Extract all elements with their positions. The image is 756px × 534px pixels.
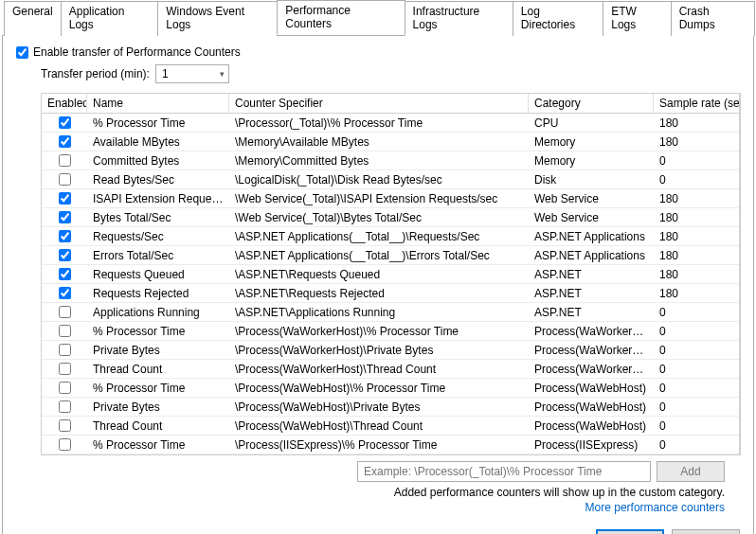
cell-name: Read Bytes/Sec <box>87 172 229 187</box>
tab-general[interactable]: General <box>4 1 62 36</box>
cell-cat: Process(WaWorkerHost) <box>529 343 654 358</box>
table-row[interactable]: Errors Total/Sec\ASP.NET Applications(__… <box>42 246 739 265</box>
table-row[interactable]: Requests Queued\ASP.NET\Requests QueuedA… <box>42 265 739 284</box>
table-row[interactable]: % Processor Time\Processor(_Total)\% Pro… <box>42 114 739 133</box>
table-row[interactable]: Private Bytes\Process(WaWebHost)\Private… <box>42 398 739 417</box>
cell-name: Requests Queued <box>87 267 229 282</box>
tab-windows-event-logs[interactable]: Windows Event Logs <box>157 1 278 36</box>
cell-spec: \Process(WaWorkerHost)\Private Bytes <box>229 343 529 358</box>
row-enabled-checkbox[interactable] <box>59 230 71 242</box>
grid-header: Enabled Name Counter Specifier Category … <box>42 94 739 114</box>
cell-cat: Process(WaWorkerHost) <box>529 324 654 339</box>
cell-name: % Processor Time <box>87 437 229 453</box>
row-enabled-checkbox[interactable] <box>59 249 71 261</box>
cell-spec: \ASP.NET\Applications Running <box>229 305 529 320</box>
table-row[interactable]: Thread Count\Process(WaWebHost)\Thread C… <box>42 417 739 436</box>
table-row[interactable]: % Processor Time\Process(WaWebHost)\% Pr… <box>42 379 739 398</box>
cell-name: % Processor Time <box>87 324 229 339</box>
table-row[interactable]: Private Bytes\Process(WaWorkerHost)\Priv… <box>42 341 739 360</box>
col-rate[interactable]: Sample rate (sec) <box>654 94 739 113</box>
col-specifier[interactable]: Counter Specifier <box>229 94 529 113</box>
cell-rate: 180 <box>654 267 739 282</box>
row-enabled-checkbox[interactable] <box>59 154 71 167</box>
ok-button[interactable]: OK <box>596 529 664 534</box>
tab-crash-dumps[interactable]: Crash Dumps <box>671 1 755 36</box>
cell-rate: 0 <box>654 343 739 358</box>
row-enabled-checkbox[interactable] <box>59 400 71 413</box>
cell-spec: \LogicalDisk(_Total)\Disk Read Bytes/sec <box>229 172 529 187</box>
cell-name: Private Bytes <box>87 343 229 358</box>
cell-cat: CPU <box>529 116 654 131</box>
table-row[interactable]: Committed Bytes\Memory\Committed BytesMe… <box>42 151 739 170</box>
cell-cat: Web Service <box>529 210 654 225</box>
row-enabled-checkbox[interactable] <box>59 173 71 186</box>
cell-cat: ASP.NET Applications <box>529 248 654 263</box>
cell-cat: ASP.NET Applications <box>529 229 654 244</box>
cell-cat: Web Service <box>529 191 654 206</box>
row-enabled-checkbox[interactable] <box>59 344 71 356</box>
row-enabled-checkbox[interactable] <box>59 438 71 451</box>
table-row[interactable]: Available MBytes\Memory\Available MBytes… <box>42 133 739 151</box>
tab-performance-counters[interactable]: Performance Counters <box>277 0 405 35</box>
cell-rate: 0 <box>654 418 739 434</box>
row-enabled-checkbox[interactable] <box>59 268 71 280</box>
table-row[interactable]: ISAPI Extension Requests/...\Web Service… <box>42 189 739 208</box>
row-enabled-checkbox[interactable] <box>59 325 71 337</box>
cell-spec: \ASP.NET\Requests Rejected <box>229 286 529 301</box>
performance-counters-panel: Enable transfer of Performance Counters … <box>2 36 754 534</box>
col-name[interactable]: Name <box>87 94 229 113</box>
tab-infrastructure-logs[interactable]: Infrastructure Logs <box>405 1 513 36</box>
table-row[interactable]: Bytes Total/Sec\Web Service(_Total)\Byte… <box>42 208 739 227</box>
cell-rate: 180 <box>654 134 739 150</box>
cell-rate: 180 <box>654 229 739 244</box>
table-row[interactable]: Read Bytes/Sec\LogicalDisk(_Total)\Disk … <box>42 170 739 189</box>
cell-spec: \Web Service(_Total)\Bytes Total/Sec <box>229 210 529 225</box>
row-enabled-checkbox[interactable] <box>59 419 71 432</box>
row-enabled-checkbox[interactable] <box>59 135 71 148</box>
col-category[interactable]: Category <box>529 94 654 113</box>
cell-name: % Processor Time <box>87 381 229 396</box>
cell-name: ISAPI Extension Requests/... <box>87 191 229 206</box>
cell-cat: ASP.NET <box>529 267 654 282</box>
add-button[interactable]: Add <box>657 461 725 482</box>
tab-etw-logs[interactable]: ETW Logs <box>603 1 671 36</box>
counters-grid: Enabled Name Counter Specifier Category … <box>41 93 740 455</box>
table-row[interactable]: Requests/Sec\ASP.NET Applications(__Tota… <box>42 227 739 246</box>
tab-log-directories[interactable]: Log Directories <box>513 1 603 36</box>
cell-name: Private Bytes <box>87 400 229 415</box>
grid-scrollbar[interactable] <box>740 93 741 455</box>
row-enabled-checkbox[interactable] <box>59 287 71 299</box>
col-enabled[interactable]: Enabled <box>42 94 87 113</box>
cell-name: Thread Count <box>87 362 229 377</box>
table-row[interactable]: % Processor Time\Process(WaWorkerHost)\%… <box>42 322 739 341</box>
cell-spec: \Processor(_Total)\% Processor Time <box>229 116 529 131</box>
tab-bar: GeneralApplication LogsWindows Event Log… <box>2 0 754 36</box>
row-enabled-checkbox[interactable] <box>59 382 71 394</box>
cell-name: Requests/Sec <box>87 229 229 244</box>
row-enabled-checkbox[interactable] <box>59 116 71 129</box>
cell-rate: 180 <box>654 116 739 131</box>
table-row[interactable]: Thread Count\Process(WaWorkerHost)\Threa… <box>42 360 739 379</box>
enable-transfer-checkbox[interactable] <box>16 46 28 59</box>
cancel-button[interactable]: Cancel <box>672 529 740 534</box>
table-row[interactable]: % Processor Time\Process(IISExpress)\% P… <box>42 436 739 454</box>
cell-rate: 180 <box>654 210 739 225</box>
cell-spec: \Process(WaWebHost)\Thread Count <box>229 418 529 434</box>
more-counters-link[interactable]: More performance counters <box>16 501 725 514</box>
tab-application-logs[interactable]: Application Logs <box>61 1 159 36</box>
cell-spec: \Memory\Committed Bytes <box>229 153 529 169</box>
transfer-period-select[interactable]: 1 ▾ <box>155 64 229 83</box>
table-row[interactable]: Applications Running\ASP.NET\Application… <box>42 303 739 322</box>
cell-spec: \ASP.NET Applications(__Total__)\Errors … <box>229 248 529 263</box>
table-row[interactable]: Requests Rejected\ASP.NET\Requests Rejec… <box>42 284 739 303</box>
row-enabled-checkbox[interactable] <box>59 192 71 205</box>
cell-name: Errors Total/Sec <box>87 248 229 263</box>
chevron-down-icon: ▾ <box>220 69 225 79</box>
row-enabled-checkbox[interactable] <box>59 211 71 223</box>
cell-rate: 0 <box>654 362 739 377</box>
row-enabled-checkbox[interactable] <box>59 306 71 318</box>
cell-cat: Process(WaWebHost) <box>529 418 654 434</box>
cell-rate: 180 <box>654 248 739 263</box>
row-enabled-checkbox[interactable] <box>59 363 71 375</box>
add-counter-input[interactable] <box>357 461 651 482</box>
